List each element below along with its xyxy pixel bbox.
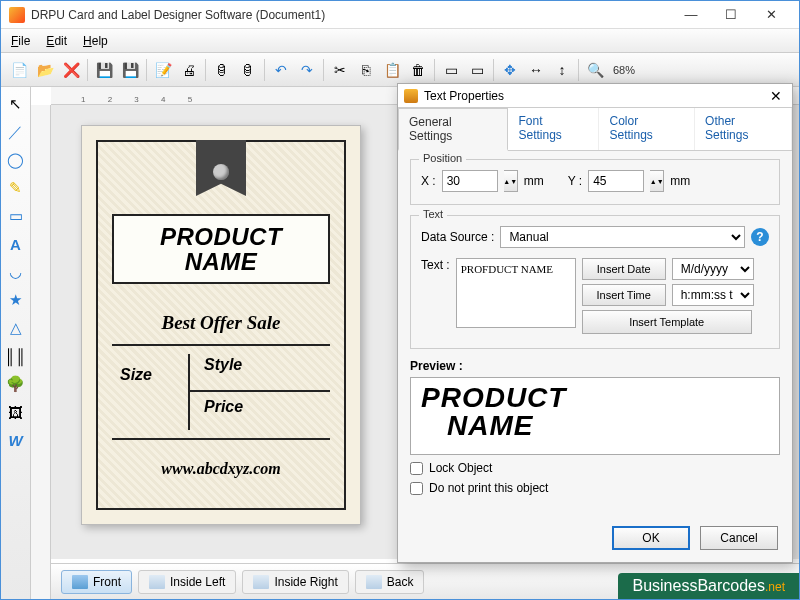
cancel-button[interactable]: Cancel — [700, 526, 778, 550]
open-icon[interactable]: 📂 — [33, 58, 57, 82]
y-spinner[interactable]: ▲▼ — [650, 170, 664, 192]
wordart-tool-icon[interactable]: W — [5, 429, 27, 451]
time-format-select[interactable]: h:mm:ss tt — [672, 284, 754, 306]
url-text[interactable]: www.abcdxyz.com — [112, 460, 330, 478]
barcode-tool-icon[interactable]: ║║ — [5, 345, 27, 367]
dialog-titlebar[interactable]: Text Properties ✕ — [398, 84, 792, 108]
star-tool-icon[interactable]: ★ — [5, 289, 27, 311]
price-label[interactable]: Price — [204, 398, 243, 416]
menu-edit[interactable]: Edit — [46, 34, 67, 48]
tab-color-settings[interactable]: Color Settings — [599, 108, 695, 150]
main-toolbar: 📄 📂 ❌ 💾 💾 📝 🖨 🛢 🛢 ↶ ↷ ✂ ⎘ 📋 🗑 ▭ ▭ ✥ ↔ ↕ … — [1, 53, 799, 87]
insert-template-button[interactable]: Insert Template — [582, 310, 752, 334]
text-group: Text Data Source : Manual ? Text : Inser… — [410, 215, 780, 349]
text-tool-icon[interactable]: A — [5, 233, 27, 255]
cut-icon[interactable]: ✂ — [328, 58, 352, 82]
do-not-print-checkbox[interactable] — [410, 482, 423, 495]
menu-file[interactable]: File — [11, 34, 30, 48]
datasource-select[interactable]: Manual — [500, 226, 745, 248]
arc-tool-icon[interactable]: ◡ — [5, 261, 27, 283]
tab-inside-left[interactable]: Inside Left — [138, 570, 236, 594]
product-line1: PRODUCT — [118, 224, 324, 249]
page-icon — [366, 575, 382, 589]
label-card[interactable]: PRODUCT NAME Best Offer Sale Size Style … — [81, 125, 361, 525]
delete-icon[interactable]: 🗑 — [406, 58, 430, 82]
tab-front[interactable]: Front — [61, 570, 132, 594]
menubar: File Edit Help — [1, 29, 799, 53]
x-label: X : — [421, 174, 436, 188]
zoom-icon[interactable]: 🔍 — [583, 58, 607, 82]
tab-font-settings[interactable]: Font Settings — [508, 108, 599, 150]
minimize-button[interactable]: ― — [671, 3, 711, 27]
date-format-select[interactable]: M/d/yyyy — [672, 258, 754, 280]
datasource-label: Data Source : — [421, 230, 494, 244]
ribbon-icon — [196, 140, 246, 196]
product-line2: NAME — [118, 249, 324, 274]
edit-icon[interactable]: 📝 — [151, 58, 175, 82]
y-input[interactable] — [588, 170, 644, 192]
redo-icon[interactable]: ↷ — [295, 58, 319, 82]
align-v-icon[interactable]: ↕ — [550, 58, 574, 82]
page-icon — [149, 575, 165, 589]
tab-other-settings[interactable]: Other Settings — [695, 108, 792, 150]
app-icon — [9, 7, 25, 23]
save-as-icon[interactable]: 💾 — [118, 58, 142, 82]
rect-tool-icon[interactable]: ▭ — [5, 205, 27, 227]
titlebar: DRPU Card and Label Designer Software (D… — [1, 1, 799, 29]
dialog-title: Text Properties — [424, 89, 504, 103]
tab-back[interactable]: Back — [355, 570, 425, 594]
y-label: Y : — [568, 174, 582, 188]
ok-button[interactable]: OK — [612, 526, 690, 550]
library-tool-icon[interactable]: 🖼 — [5, 401, 27, 423]
close-doc-icon[interactable]: ❌ — [59, 58, 83, 82]
select-tool-icon[interactable]: ↖ — [5, 93, 27, 115]
tool-palette: ↖ ／ ◯ ✎ ▭ A ◡ ★ △ ║║ 🌳 🖼 W — [1, 87, 31, 599]
paste-icon[interactable]: 📋 — [380, 58, 404, 82]
product-name-box[interactable]: PRODUCT NAME — [112, 214, 330, 284]
ruler-vertical — [31, 105, 51, 599]
page-icon — [253, 575, 269, 589]
db-export-icon[interactable]: 🛢 — [210, 58, 234, 82]
menu-help[interactable]: Help — [83, 34, 108, 48]
x-input[interactable] — [442, 170, 498, 192]
insert-time-button[interactable]: Insert Time — [582, 284, 666, 306]
undo-icon[interactable]: ↶ — [269, 58, 293, 82]
move-icon[interactable]: ✥ — [498, 58, 522, 82]
close-button[interactable]: ✕ — [751, 3, 791, 27]
position-group: Position X : ▲▼ mm Y : ▲▼ mm — [410, 159, 780, 205]
dialog-close-icon[interactable]: ✕ — [766, 88, 786, 104]
x-spinner[interactable]: ▲▼ — [504, 170, 518, 192]
new-icon[interactable]: 📄 — [7, 58, 31, 82]
preview-label: Preview : — [410, 359, 780, 373]
insert-date-button[interactable]: Insert Date — [582, 258, 666, 280]
copy-icon[interactable]: ⎘ — [354, 58, 378, 82]
align-h-icon[interactable]: ↔ — [524, 58, 548, 82]
text-input[interactable] — [456, 258, 576, 328]
image-tool-icon[interactable]: 🌳 — [5, 373, 27, 395]
ellipse-tool-icon[interactable]: ◯ — [5, 149, 27, 171]
preview-box: PRODUCT NAME — [410, 377, 780, 455]
zoom-value[interactable]: 68% — [613, 64, 635, 76]
bring-front-icon[interactable]: ▭ — [465, 58, 489, 82]
tab-inside-right[interactable]: Inside Right — [242, 570, 348, 594]
db-import-icon[interactable]: 🛢 — [236, 58, 260, 82]
lock-object-checkbox[interactable] — [410, 462, 423, 475]
style-label[interactable]: Style — [204, 356, 242, 374]
pencil-tool-icon[interactable]: ✎ — [5, 177, 27, 199]
help-icon[interactable]: ? — [751, 228, 769, 246]
dialog-icon — [404, 89, 418, 103]
tab-general-settings[interactable]: General Settings — [398, 108, 508, 151]
print-icon[interactable]: 🖨 — [177, 58, 201, 82]
triangle-tool-icon[interactable]: △ — [5, 317, 27, 339]
page-icon — [72, 575, 88, 589]
offer-text[interactable]: Best Offer Sale — [112, 312, 330, 334]
text-properties-dialog: Text Properties ✕ General Settings Font … — [397, 83, 793, 563]
send-back-icon[interactable]: ▭ — [439, 58, 463, 82]
save-icon[interactable]: 💾 — [92, 58, 116, 82]
size-label[interactable]: Size — [120, 366, 152, 384]
maximize-button[interactable]: ☐ — [711, 3, 751, 27]
window-title: DRPU Card and Label Designer Software (D… — [31, 8, 671, 22]
watermark: BusinessBarcodes.net — [618, 573, 799, 599]
dialog-tabs: General Settings Font Settings Color Set… — [398, 108, 792, 151]
line-tool-icon[interactable]: ／ — [5, 121, 27, 143]
